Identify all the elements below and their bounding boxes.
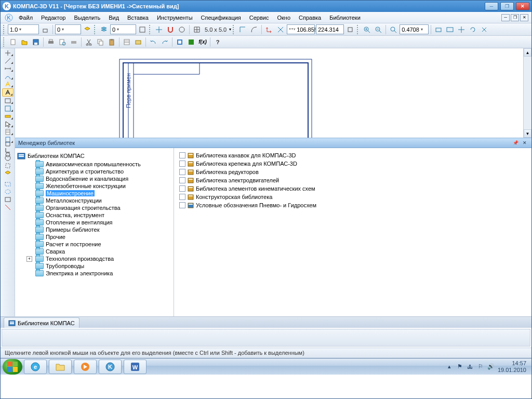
tree-item[interactable]: +Железобетонные конструкции [26, 182, 171, 190]
geom-curve-icon[interactable] [2, 73, 14, 80]
tree-item[interactable]: +Прочие [26, 233, 171, 241]
menu-insert[interactable]: Вставка [124, 13, 152, 22]
zoom-all-icon[interactable] [445, 24, 455, 35]
mdi-minimize[interactable]: ─ [501, 14, 510, 21]
select-icon[interactable] [2, 121, 14, 128]
print2-icon[interactable] [69, 37, 79, 47]
lib-entry[interactable]: Условные обозначения Пневмо- и Гидросхем [179, 201, 526, 209]
zoom-out-icon[interactable] [373, 24, 383, 35]
task-wmp[interactable] [74, 360, 97, 374]
help-icon[interactable]: ? [212, 37, 223, 47]
open-icon[interactable] [19, 37, 30, 47]
redo-icon[interactable] [159, 37, 170, 47]
param-icon[interactable] [2, 105, 14, 112]
paste-icon[interactable] [107, 37, 117, 47]
round-icon[interactable] [249, 24, 259, 35]
magnet-icon[interactable] [165, 24, 176, 35]
tray-arrow-icon[interactable]: ▴ [446, 363, 453, 370]
maximize-button[interactable]: ❐ [500, 2, 514, 10]
geom-line-icon[interactable] [2, 57, 14, 64]
menu-edit[interactable]: Редактор [37, 13, 69, 22]
mdi-restore[interactable]: ❐ [511, 14, 519, 21]
layer-combo[interactable]: 0▾ [55, 24, 81, 34]
scale-lock-icon[interactable] [40, 24, 50, 35]
tray-flag-icon[interactable]: ⚑ [456, 363, 463, 370]
geom-point-icon[interactable] [2, 49, 14, 57]
checkbox-icon[interactable] [179, 161, 185, 167]
scale-combo[interactable]: 1.0▾ [8, 24, 39, 34]
geom-dim-icon[interactable] [2, 65, 14, 72]
undo-icon[interactable] [148, 37, 158, 47]
properties-icon[interactable] [122, 37, 132, 47]
tree-item[interactable]: +Сварка [26, 248, 171, 255]
libmgr-icon[interactable] [175, 37, 185, 47]
layer-icon[interactable] [82, 24, 92, 35]
menu-help[interactable]: Справка [295, 13, 325, 22]
menu-libraries[interactable]: Библиотеки [326, 13, 364, 22]
tree-item[interactable]: +Водоснабжение и канализация [26, 175, 171, 182]
tray-volume-icon[interactable]: 🔊 [487, 363, 495, 370]
pan-icon[interactable] [456, 24, 467, 35]
cut-icon[interactable] [84, 37, 94, 47]
view-tool-icon[interactable] [2, 196, 14, 203]
rect-tool-icon[interactable] [2, 180, 14, 188]
tree-item[interactable]: +Металлоконструкции [26, 197, 171, 204]
menu-tools[interactable]: Инструменты [153, 13, 196, 22]
tree-item[interactable]: +Авиакосмическая промышленность [26, 161, 171, 168]
edit-icon[interactable] [2, 97, 14, 104]
checkbox-icon[interactable] [179, 152, 185, 158]
checkbox-icon[interactable] [179, 185, 185, 192]
start-button[interactable] [3, 359, 22, 375]
checkbox-icon[interactable] [179, 194, 185, 200]
preview-icon[interactable] [57, 37, 68, 47]
coord-x[interactable]: ˣ⁺ʸ106.85! [287, 24, 315, 34]
vertical-scrollbar[interactable]: ▲ ▼ [523, 48, 531, 138]
zoom-in-icon[interactable] [362, 24, 372, 35]
close-button[interactable]: ✕ [516, 2, 529, 10]
layers-icon[interactable] [99, 24, 109, 35]
zoom-prev-icon[interactable] [433, 24, 444, 35]
constr-icon[interactable] [2, 162, 14, 169]
lib-entry[interactable]: Конструкторская библиотека [179, 193, 526, 201]
task-explorer[interactable] [49, 360, 72, 374]
tree-item[interactable]: +Организация строительства [26, 204, 171, 211]
checkbox-icon[interactable] [179, 202, 185, 208]
fx-icon[interactable]: f(x) [197, 37, 208, 47]
redraw-icon[interactable] [479, 24, 489, 35]
geom-text-icon[interactable] [2, 81, 14, 88]
spec-icon[interactable] [2, 128, 14, 136]
menu-select[interactable]: Выделить [70, 13, 104, 22]
geom-hatch-icon[interactable] [2, 88, 14, 97]
menu-spec[interactable]: Спецификация [197, 13, 245, 22]
tree-item[interactable]: +Архитектура и строительство [26, 168, 171, 175]
task-kompas[interactable]: K [99, 360, 122, 374]
save-icon[interactable] [31, 37, 41, 47]
variables-icon[interactable] [186, 37, 196, 47]
coord-step-icon[interactable] [345, 24, 355, 35]
menu-view[interactable]: Вид [105, 13, 123, 22]
measure-icon[interactable] [2, 113, 14, 120]
state-icon[interactable] [137, 24, 148, 35]
tree-item[interactable]: +Трубопроводы [26, 262, 171, 270]
tree-item[interactable]: +Электрика и электроника [26, 270, 171, 277]
lib-entry[interactable]: Библиотека редукторов [179, 168, 526, 176]
lib-entry[interactable]: Библиотека крепежа для КОМПАС-3D [179, 159, 526, 168]
tree-item[interactable]: +Примеры библиотек [26, 226, 171, 233]
menu-window[interactable]: Окно [273, 13, 294, 22]
panel-pin-icon[interactable]: 📌 [512, 139, 519, 147]
state-combo[interactable]: 0▾ [110, 24, 136, 34]
aux-tool-icon[interactable] [2, 204, 14, 211]
tree-item[interactable]: +Оснастка, инструмент [26, 211, 171, 219]
tree-item[interactable]: +Технология производства [26, 255, 171, 262]
lcs-icon[interactable] [264, 24, 274, 35]
drawing-canvas[interactable]: Перв примен ▲ ▼ [15, 48, 531, 138]
zoom-combo[interactable]: 0.4708▾ [400, 24, 429, 34]
lib-tab-kompas[interactable]: Библиотеки КОМПАС [4, 317, 79, 328]
lib-entry[interactable]: Библиотека канавок для КОМПАС-3D [179, 151, 526, 159]
minimize-button[interactable]: ─ [485, 2, 498, 10]
menu-file[interactable]: Файл [15, 13, 36, 22]
coords-icon[interactable] [275, 24, 286, 35]
copy-icon[interactable] [95, 37, 105, 47]
extra-tool-2-icon[interactable] [2, 150, 14, 160]
tree-item[interactable]: +Машиностроение [26, 190, 171, 197]
